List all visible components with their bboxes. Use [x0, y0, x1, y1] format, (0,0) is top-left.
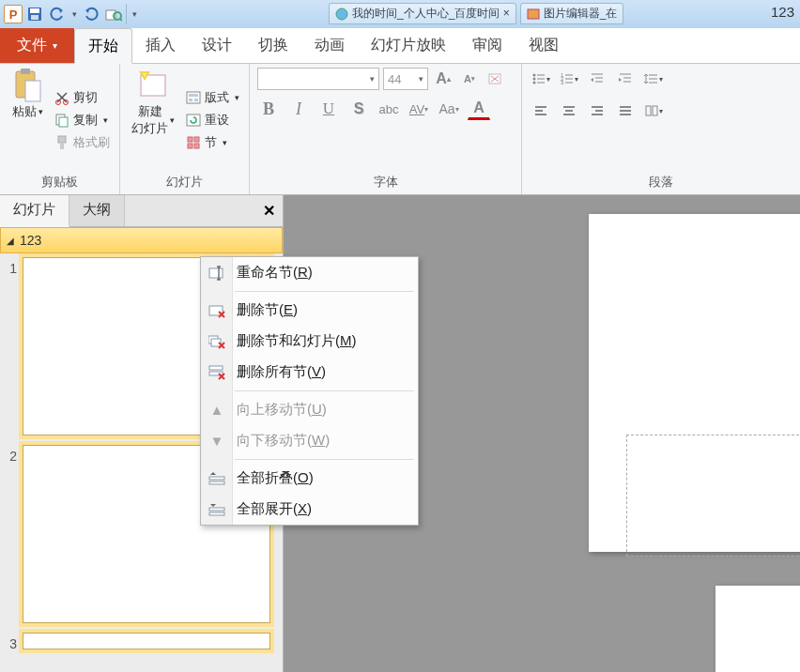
- tab-insert[interactable]: 插入: [132, 28, 189, 63]
- svg-rect-65: [646, 106, 651, 115]
- numbering-button[interactable]: 123▾: [558, 68, 580, 90]
- menu-move-section-up: ▲ 向上移动节(U): [201, 394, 418, 425]
- arrow-up-icon: ▲: [207, 400, 227, 420]
- increase-indent-button[interactable]: [614, 68, 637, 90]
- line-spacing-button[interactable]: ▾: [642, 68, 665, 90]
- chevron-down-icon: ▾: [235, 93, 239, 102]
- delete-section-icon: [207, 300, 227, 321]
- window-tab[interactable]: 图片编辑器_在: [520, 3, 624, 24]
- cut-button[interactable]: 剪切: [53, 88, 112, 107]
- window-tab[interactable]: 我的时间_个人中心_百度时间 ×: [329, 3, 516, 24]
- qat-dropdown-icon[interactable]: ▾: [69, 4, 79, 24]
- svg-rect-24: [187, 115, 200, 126]
- svg-marker-45: [591, 78, 593, 82]
- svg-rect-74: [209, 366, 223, 370]
- tab-animations[interactable]: 动画: [301, 28, 358, 63]
- section-header[interactable]: ◢ 123: [0, 227, 283, 253]
- svg-rect-80: [209, 508, 224, 511]
- chevron-down-icon: ▾: [38, 107, 43, 116]
- copy-button[interactable]: 复制▾: [53, 111, 112, 130]
- svg-marker-49: [619, 78, 622, 82]
- print-preview-icon[interactable]: [103, 4, 124, 24]
- paste-button[interactable]: 粘贴▾: [8, 68, 47, 122]
- section-name: 123: [20, 233, 41, 248]
- svg-rect-67: [209, 268, 223, 278]
- decrease-indent-button[interactable]: [586, 68, 608, 90]
- layout-button[interactable]: 版式▾: [184, 88, 241, 107]
- clear-format-button[interactable]: [485, 68, 507, 90]
- chevron-down-icon: ▾: [103, 115, 108, 125]
- menu-expand-all[interactable]: 全部展开(X): [201, 494, 418, 525]
- svg-rect-27: [188, 144, 192, 148]
- shadow-button[interactable]: S: [347, 98, 370, 120]
- slide-canvas: [589, 214, 800, 552]
- chevron-down-icon: ▾: [419, 74, 423, 84]
- new-slide-button[interactable]: 新建 幻灯片▾: [128, 68, 178, 139]
- bullets-button[interactable]: ▾: [530, 68, 552, 90]
- font-color-button[interactable]: A: [468, 98, 490, 120]
- panel-close-button[interactable]: ✕: [254, 195, 283, 226]
- italic-button[interactable]: I: [287, 98, 310, 120]
- align-center-button[interactable]: [558, 99, 580, 122]
- grow-font-button[interactable]: A▴: [432, 68, 454, 90]
- menu-rename-section[interactable]: 重命名节(R): [201, 257, 418, 288]
- align-left-button[interactable]: [530, 99, 552, 122]
- content-placeholder[interactable]: [626, 435, 800, 557]
- tab-home[interactable]: 开始: [74, 28, 132, 64]
- font-size-combo[interactable]: 44▾: [383, 68, 428, 90]
- section-context-menu: 重命名节(R) 删除节(E) 删除节和幻灯片(M) 删除所有节(V) ▲ 向上移…: [200, 256, 419, 526]
- save-icon[interactable]: [24, 4, 45, 24]
- panel-tab-slides[interactable]: 幻灯片: [0, 195, 69, 227]
- group-label: 剪贴板: [8, 172, 112, 192]
- shrink-font-button[interactable]: A▾: [458, 68, 481, 90]
- new-slide-icon: [137, 69, 169, 101]
- notes-pane[interactable]: [715, 586, 800, 672]
- panel-tab-outline[interactable]: 大纲: [69, 195, 125, 226]
- file-tab-label: 文件: [17, 36, 47, 55]
- menu-delete-all-sections[interactable]: 删除所有节(V): [201, 357, 418, 388]
- layout-icon: [186, 90, 201, 105]
- ribbon-tabs: 文件 ▾ 开始 插入 设计 切换 动画 幻灯片放映 审阅 视图: [0, 28, 800, 64]
- menu-delete-section-slides[interactable]: 删除节和幻灯片(M): [201, 326, 418, 357]
- window-tab-label: 我的时间_个人中心_百度时间 ×: [352, 6, 510, 22]
- align-right-button[interactable]: [586, 99, 608, 122]
- tab-review[interactable]: 审阅: [459, 28, 515, 63]
- group-font: ▾ 44▾ A▴ A▾ B I U S abc AV▾ Aa▾ A 字体: [250, 64, 522, 194]
- menu-delete-section[interactable]: 删除节(E): [201, 295, 418, 326]
- window-tab-label: 图片编辑器_在: [544, 6, 618, 22]
- bold-button[interactable]: B: [257, 98, 280, 120]
- slide-thumbnail[interactable]: 3: [4, 633, 279, 651]
- change-case-button[interactable]: Aa▾: [438, 98, 460, 120]
- undo-icon[interactable]: [47, 4, 68, 24]
- window-tabs: 我的时间_个人中心_百度时间 × 图片编辑器_在: [329, 3, 623, 24]
- format-painter-button[interactable]: 格式刷: [53, 133, 112, 152]
- section-button[interactable]: 节▾: [184, 133, 241, 152]
- tab-design[interactable]: 设计: [189, 28, 245, 63]
- redo-icon[interactable]: [81, 4, 101, 24]
- group-slides: 新建 幻灯片▾ 版式▾ 重设 节▾ 幻灯片: [120, 64, 250, 194]
- qat-customize-icon[interactable]: ▾: [126, 4, 139, 24]
- svg-rect-20: [187, 92, 200, 103]
- svg-marker-76: [210, 472, 216, 475]
- app-icon[interactable]: P: [4, 5, 23, 23]
- svg-rect-26: [194, 137, 199, 142]
- tab-transitions[interactable]: 切换: [245, 28, 301, 63]
- svg-point-30: [533, 74, 536, 77]
- justify-button[interactable]: [614, 99, 637, 122]
- columns-button[interactable]: ▾: [642, 99, 665, 122]
- svg-rect-22: [189, 99, 192, 101]
- tab-view[interactable]: 视图: [515, 28, 572, 63]
- char-spacing-button[interactable]: AV▾: [408, 98, 430, 120]
- underline-button[interactable]: U: [317, 98, 340, 120]
- group-clipboard: 粘贴▾ 剪切 复制▾ 格式刷 剪贴板: [0, 64, 120, 194]
- svg-rect-28: [194, 144, 199, 148]
- svg-rect-25: [188, 137, 192, 142]
- globe-icon: [335, 8, 348, 21]
- strike-button[interactable]: abc: [377, 98, 400, 120]
- chevron-down-icon: ▾: [170, 115, 175, 125]
- reset-button[interactable]: 重设: [184, 111, 241, 130]
- menu-collapse-all[interactable]: 全部折叠(O): [201, 463, 418, 494]
- file-tab[interactable]: 文件 ▾: [0, 28, 74, 63]
- tab-slideshow[interactable]: 幻灯片放映: [358, 28, 459, 63]
- font-family-combo[interactable]: ▾: [257, 68, 379, 90]
